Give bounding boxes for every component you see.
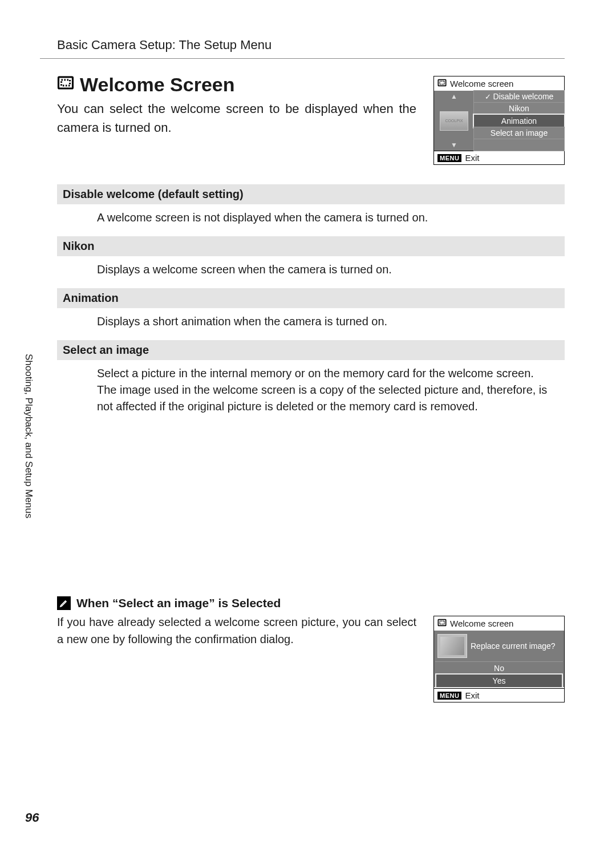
- lcd-option-nikon: Nikon: [474, 103, 564, 115]
- preview-thumbnail: COOLPIX: [440, 111, 468, 131]
- manual-page: Basic Camera Setup: The Setup Menu Welco…: [0, 0, 616, 848]
- title-and-lcd-row: Welcome Screen You can select the welcom…: [57, 74, 565, 165]
- lcd-footer-label: Exit: [465, 153, 479, 163]
- lcd-option-list: ✓ Disable welcome Nikon Animation Select…: [474, 91, 564, 151]
- section-title: Welcome Screen: [80, 74, 235, 96]
- lcd-body: Replace current image? No Yes: [434, 631, 564, 687]
- lcd-footer: MENU Exit: [434, 151, 564, 164]
- menu-badge-icon: MENU: [437, 154, 461, 162]
- up-arrow-icon: ▲: [451, 93, 457, 100]
- note-row: If you have already selected a welcome s…: [57, 613, 565, 702]
- lcd-body: ▲ COOLPIX ▼ ✓ Disable welcome Nikon: [434, 91, 564, 151]
- note-title-row: When “Select an image” is Selected: [57, 596, 565, 610]
- content-area: Welcome Screen You can select the welcom…: [40, 74, 565, 702]
- current-image-thumbnail: [437, 634, 467, 658]
- side-tab-label: Shooting, Playback, and Setup Menus: [23, 354, 34, 518]
- welcome-screen-icon: [437, 78, 447, 89]
- welcome-screen-icon: [437, 618, 447, 629]
- page-number: 96: [25, 810, 39, 825]
- lcd-option-select-image: Select an image: [474, 127, 564, 139]
- lcd-header: Welcome screen: [434, 616, 564, 631]
- lcd-title: Welcome screen: [450, 619, 513, 628]
- option-heading: Nikon: [57, 236, 565, 257]
- options-table: Disable welcome (default setting) A welc…: [57, 184, 565, 425]
- intro-text: You can select the welcome screen to be …: [57, 99, 416, 137]
- lcd-header: Welcome screen: [434, 76, 564, 91]
- check-icon: ✓: [485, 92, 491, 101]
- option-heading: Select an image: [57, 340, 565, 361]
- svg-rect-1: [62, 80, 70, 86]
- option-heading: Disable welcome (default setting): [57, 184, 565, 205]
- pencil-note-icon: [57, 596, 71, 610]
- option-heading: Animation: [57, 288, 565, 309]
- replace-prompt-text: Replace current image?: [471, 641, 556, 651]
- lcd-footer-label: Exit: [465, 690, 479, 700]
- lcd-title: Welcome screen: [450, 79, 513, 88]
- note-text: If you have already selected a welcome s…: [57, 613, 416, 648]
- note-title: When “Select an image” is Selected: [76, 596, 281, 610]
- welcome-screen-icon: [57, 74, 74, 96]
- menu-badge-icon: MENU: [437, 692, 461, 700]
- lcd-footer: MENU Exit: [434, 688, 564, 702]
- option-description: Displays a short animation when the came…: [57, 309, 565, 340]
- camera-lcd-welcome-menu: Welcome screen ▲ COOLPIX ▼ ✓ Disable wel…: [433, 76, 565, 165]
- lcd-option-empty: [474, 139, 564, 151]
- section-title-row: Welcome Screen: [57, 74, 416, 96]
- option-description: Displays a welcome screen when the camer…: [57, 257, 565, 288]
- dialog-choice-yes: Yes: [436, 675, 562, 687]
- lcd-option-disable: ✓ Disable welcome: [474, 91, 564, 103]
- option-description: Select a picture in the internal memory …: [57, 361, 565, 425]
- down-arrow-icon: ▼: [451, 142, 457, 148]
- dialog-choice-no: No: [435, 661, 563, 675]
- svg-rect-5: [440, 621, 444, 624]
- camera-lcd-replace-dialog: Welcome screen Replace current image? No…: [433, 616, 565, 702]
- option-description: A welcome screen is not displayed when t…: [57, 205, 565, 236]
- lcd-left-column: ▲ COOLPIX ▼: [434, 91, 474, 151]
- replace-prompt-row: Replace current image?: [435, 633, 563, 661]
- note-section: When “Select an image” is Selected If yo…: [57, 596, 565, 702]
- lcd-option-animation: Animation: [474, 115, 564, 127]
- svg-rect-3: [440, 81, 444, 84]
- breadcrumb: Basic Camera Setup: The Setup Menu: [40, 34, 565, 59]
